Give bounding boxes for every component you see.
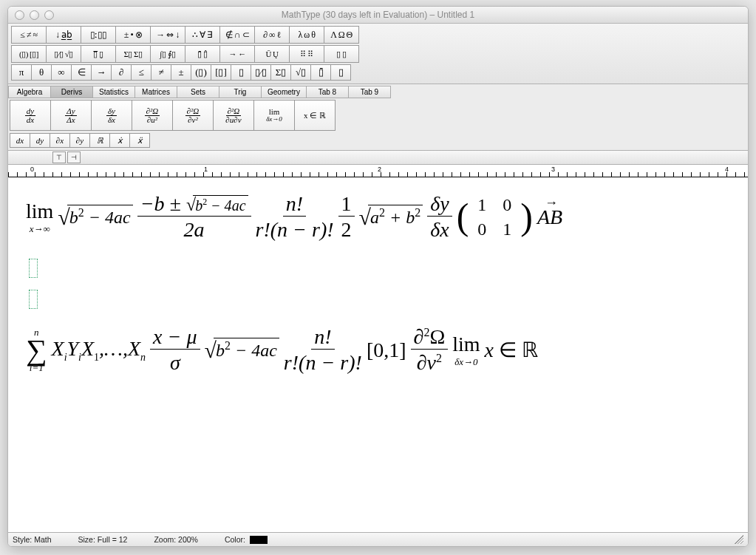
template-small-button[interactable]: ẍ xyxy=(129,133,150,148)
palette-button[interactable]: ▯ xyxy=(231,64,251,81)
palette-button[interactable]: ▯⁄▯ xyxy=(251,64,271,81)
tab-tab-8[interactable]: Tab 8 xyxy=(306,86,349,98)
tab-matrices[interactable]: Matrices xyxy=(134,86,177,98)
equation-line-1[interactable]: lim x→∞ √b2 − 4ac −b ± √b2 − 4ac 2a n! r… xyxy=(26,192,562,242)
status-color[interactable]: Color: xyxy=(225,535,268,545)
tab-tab-9[interactable]: Tab 9 xyxy=(348,86,391,98)
palette-button[interactable]: → xyxy=(91,64,112,81)
palette-button[interactable]: ▯̄ xyxy=(310,64,331,81)
template-small-button[interactable]: dx xyxy=(10,133,30,148)
template-row-large: dydxΔyΔxδyδx∂²Ω∂u²∂²Ω∂v²∂²Ω∂u∂vlimδx→0x … xyxy=(8,98,748,132)
align-button-2[interactable]: ⊣ xyxy=(67,151,81,163)
equation-editor[interactable]: lim x→∞ √b2 − 4ac −b ± √b2 − 4ac 2a n! r… xyxy=(8,177,748,532)
template-button[interactable]: limδx→0 xyxy=(253,100,295,131)
titlebar: MathType (30 days left in Evaluation) – … xyxy=(8,7,748,24)
palette-button[interactable]: λ ω θ xyxy=(289,26,324,44)
palette-button[interactable]: → ← xyxy=(219,45,255,63)
palette-button[interactable]: Λ Ω Θ xyxy=(324,26,359,44)
tab-statistics[interactable]: Statistics xyxy=(92,86,135,98)
interval: [0,1] xyxy=(367,338,406,362)
template-button[interactable]: x ∈ ℝ xyxy=(294,100,336,131)
template-button[interactable]: δyδx xyxy=(91,100,132,131)
palette-button[interactable]: ▯ xyxy=(330,64,351,81)
empty-slot[interactable] xyxy=(29,290,38,309)
template-button[interactable]: dydx xyxy=(10,100,51,131)
template-small-button[interactable]: ∂x xyxy=(50,133,70,148)
palette-button[interactable]: ▯̄ ▯̂ xyxy=(185,45,220,63)
resize-grip-icon[interactable] xyxy=(735,535,743,544)
empty-slot[interactable] xyxy=(29,259,38,278)
tab-sets[interactable]: Sets xyxy=(177,86,219,98)
palette-button[interactable]: ⠿ ⠿ xyxy=(289,45,324,63)
template-row-small: dxdy∂x∂yℝẋẍ xyxy=(8,132,748,151)
palette-row-2: (▯) [▯]▯⁄▯ √▯▯̅ ▯̣Σ▯ Σ▯∫▯ ∮▯▯̄ ▯̂→ ←Ū Ų⠿… xyxy=(11,45,745,63)
palette-button[interactable]: ∞ xyxy=(51,64,72,81)
palette-button[interactable]: ∫▯ ∮▯ xyxy=(150,45,185,63)
ruler-mark: 0 xyxy=(30,166,34,173)
app-window: MathType (30 days left in Evaluation) – … xyxy=(7,6,749,547)
template-button[interactable]: ∂²Ω∂u² xyxy=(132,100,173,131)
matrix-rparen: ) xyxy=(520,204,533,230)
palette-button[interactable]: Σ▯ Σ▯ xyxy=(115,45,151,63)
vector-ab: AB xyxy=(537,205,562,229)
template-button[interactable]: ΔyΔx xyxy=(50,100,92,131)
palette-button[interactable]: ∉ ∩ ⊂ xyxy=(219,26,255,44)
template-button[interactable]: ∂²Ω∂v² xyxy=(172,100,214,131)
palette-button[interactable]: ∂ xyxy=(111,64,132,81)
tab-geometry[interactable]: Geometry xyxy=(261,86,307,98)
status-bar: Style: Math Size: Full = 12 Zoom: 200% C… xyxy=(8,532,748,546)
sqrt-expr: √b2 − 4ac xyxy=(58,205,132,230)
matrix-lparen: ( xyxy=(457,204,469,230)
palette-button[interactable]: ± • ⊗ xyxy=(115,26,151,44)
tab-trig[interactable]: Trig xyxy=(219,86,262,98)
template-button[interactable]: ∂²Ω∂u∂v xyxy=(213,100,254,131)
palette-button[interactable]: θ xyxy=(31,64,52,81)
one-half: 12 xyxy=(338,192,355,242)
limit-2: limδx→0 xyxy=(452,333,480,368)
sequence: XiYiX1,…,Xn xyxy=(52,337,146,364)
ruler[interactable]: 01234 xyxy=(8,165,748,177)
palette-button[interactable]: (▯) [▯] xyxy=(11,45,47,63)
palette-button[interactable]: ∴ ∀ ∃ xyxy=(185,26,220,44)
color-swatch[interactable] xyxy=(250,536,268,544)
tab-derivs[interactable]: Derivs xyxy=(50,86,93,98)
symbol-palette: ≤ ≠ ≈↓ a̲b̲▯ː▯▯± • ⊗→ ⇔ ↓∴ ∀ ∃∉ ∩ ⊂∂ ∞ ℓ… xyxy=(8,24,748,84)
palette-button[interactable]: → ⇔ ↓ xyxy=(150,26,185,44)
status-size: Size: Full = 12 xyxy=(78,535,128,544)
template-small-button[interactable]: dy xyxy=(30,133,50,148)
binomial-2: n!r!(n − r)! xyxy=(284,325,362,375)
pythag: √a2 + b2 xyxy=(359,205,423,230)
palette-button[interactable]: ∂ ∞ ℓ xyxy=(254,26,290,44)
tab-algebra[interactable]: Algebra xyxy=(8,86,51,98)
palette-row-1: ≤ ≠ ≈↓ a̲b̲▯ː▯▯± • ⊗→ ⇔ ↓∴ ∀ ∃∉ ∩ ⊂∂ ∞ ℓ… xyxy=(11,26,745,44)
palette-button[interactable]: ≠ xyxy=(151,64,171,81)
discriminant: √b2 − 4ac xyxy=(205,338,279,363)
palette-button[interactable]: Σ▯ xyxy=(270,64,291,81)
palette-button[interactable]: √▯ xyxy=(290,64,311,81)
template-small-button[interactable]: ∂y xyxy=(69,133,90,148)
palette-button[interactable]: ∈ xyxy=(71,64,92,81)
equation-line-2[interactable]: n ∑ i=1 XiYiX1,…,Xn x − μσ √b2 − 4ac n!r… xyxy=(26,325,538,375)
align-button[interactable]: ⊤ xyxy=(52,151,66,163)
palette-button[interactable]: ↓ a̲b̲ xyxy=(46,26,81,44)
palette-button[interactable]: ▯̅ ▯̣ xyxy=(81,45,116,63)
template-small-button[interactable]: ẋ xyxy=(109,133,130,148)
window-title: MathType (30 days left in Evaluation) – … xyxy=(8,10,748,20)
ruler-mark: 4 xyxy=(725,166,729,173)
palette-button[interactable]: Ū Ų xyxy=(254,45,290,63)
ruler-mark: 2 xyxy=(378,166,381,173)
palette-button[interactable]: π xyxy=(11,64,32,81)
dy-dx: δyδx xyxy=(427,192,452,242)
identity-matrix: 10 01 xyxy=(477,195,511,239)
palette-button[interactable]: (▯) xyxy=(191,64,211,81)
status-style: Style: Math xyxy=(13,535,52,544)
palette-button[interactable]: ≤ xyxy=(131,64,151,81)
palette-button[interactable]: ▯ː▯▯ xyxy=(81,26,116,44)
palette-button[interactable]: ▯⁄▯ √▯ xyxy=(46,45,81,63)
palette-button[interactable]: ≤ ≠ ≈ xyxy=(11,26,47,44)
palette-button[interactable]: [▯] xyxy=(211,64,231,81)
palette-button[interactable]: ± xyxy=(171,64,191,81)
palette-button[interactable]: ▯ ▯ xyxy=(324,45,359,63)
template-small-button[interactable]: ℝ xyxy=(89,133,110,148)
quadratic-formula: −b ± √b2 − 4ac 2a xyxy=(137,192,251,242)
